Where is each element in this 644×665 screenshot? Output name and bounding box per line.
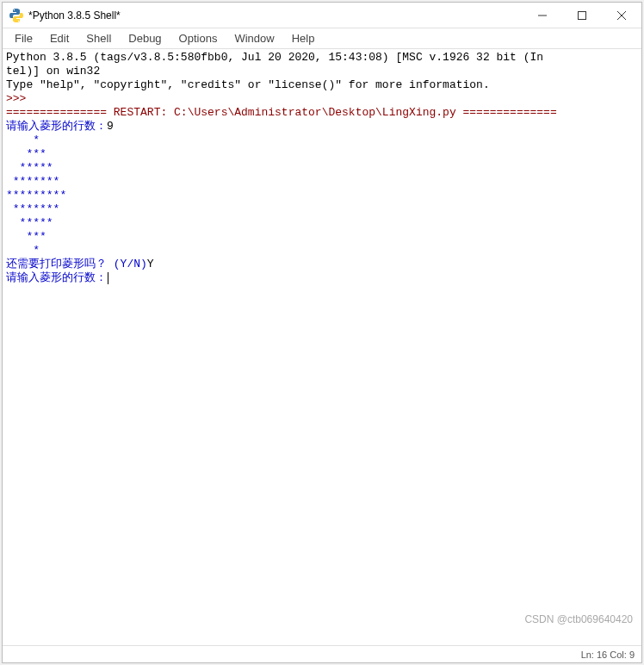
- diamond-row-7: *****: [6, 216, 53, 229]
- maximize-button[interactable]: [562, 3, 602, 28]
- diamond-row-6: *******: [6, 202, 59, 215]
- shell-content[interactable]: Python 3.8.5 (tags/v3.8.5:580fbb0, Jul 2…: [3, 49, 641, 645]
- help-text: Type "help", "copyright", "credits" or "…: [6, 78, 490, 91]
- menu-options[interactable]: Options: [170, 30, 226, 47]
- menu-debug[interactable]: Debug: [120, 30, 170, 47]
- diamond-row-2: ***: [6, 147, 46, 160]
- python-icon: [9, 9, 23, 22]
- diamond-row-3: *****: [6, 161, 53, 174]
- diamond-row-1: *: [6, 134, 40, 146]
- svg-rect-3: [579, 11, 586, 19]
- diamond-row-4: *******: [6, 175, 59, 188]
- menu-shell[interactable]: Shell: [77, 30, 120, 47]
- input-value-again: Y: [147, 258, 154, 270]
- diamond-row-8: ***: [6, 230, 46, 243]
- close-button[interactable]: [602, 3, 641, 28]
- text-cursor: [108, 272, 108, 284]
- input-prompt-rows: 请输入菱形的行数：: [6, 120, 107, 133]
- python-version-line2: tel)] on win32: [6, 65, 100, 78]
- prompt: >>>: [6, 92, 33, 105]
- window-title: *Python 3.8.5 Shell*: [28, 9, 523, 22]
- python-version-line1: Python 3.8.5 (tags/v3.8.5:580fbb0, Jul 2…: [6, 51, 543, 64]
- svg-point-1: [18, 20, 19, 21]
- input-prompt-rows-2: 请输入菱形的行数：: [6, 271, 107, 284]
- menu-help[interactable]: Help: [283, 30, 324, 47]
- titlebar[interactable]: *Python 3.8.5 Shell*: [3, 3, 641, 28]
- watermark: CSDN @ctb069640420: [524, 612, 633, 626]
- input-value-rows: 9: [107, 120, 114, 133]
- menu-window[interactable]: Window: [226, 30, 282, 47]
- cursor-position: Ln: 16 Col: 9: [581, 649, 635, 660]
- diamond-row-9: *: [6, 244, 40, 257]
- menu-edit[interactable]: Edit: [41, 30, 77, 47]
- restart-line: =============== RESTART: C:\Users\Admini…: [6, 106, 557, 119]
- window-controls: [523, 3, 641, 28]
- menu-file[interactable]: File: [6, 30, 41, 47]
- idle-window: *Python 3.8.5 Shell* File Edit Shell Deb…: [2, 2, 642, 663]
- input-prompt-again: 还需要打印菱形吗？ (Y/N): [6, 258, 147, 270]
- svg-point-0: [14, 9, 15, 9]
- diamond-row-5: *********: [6, 189, 66, 202]
- statusbar: Ln: 16 Col: 9: [3, 645, 641, 662]
- minimize-button[interactable]: [523, 3, 562, 28]
- menubar: File Edit Shell Debug Options Window Hel…: [3, 28, 641, 49]
